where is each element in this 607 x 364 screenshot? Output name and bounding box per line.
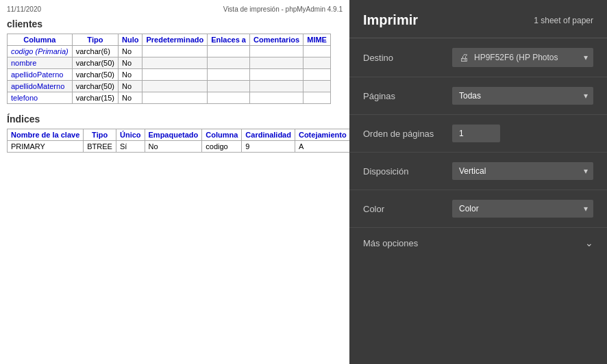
table-cell: varchar(50) bbox=[72, 81, 118, 92]
indices-header: Nombre de la clave bbox=[8, 129, 84, 141]
indices-cell: Sí bbox=[116, 141, 145, 153]
disposicion-select[interactable]: Vertical Horizontal bbox=[452, 162, 593, 180]
mas-opciones-row[interactable]: Más opciones ⌄ bbox=[349, 228, 607, 258]
destino-label: Destino bbox=[363, 53, 452, 63]
printer-icon: 🖨 bbox=[459, 52, 469, 63]
table-cell bbox=[249, 69, 303, 81]
table-cell bbox=[143, 69, 208, 81]
table-cell bbox=[208, 46, 250, 57]
table-cell bbox=[143, 46, 208, 57]
destino-select[interactable]: 🖨 HP9F52F6 (HP Photos bbox=[452, 48, 593, 67]
paginas-label: Páginas bbox=[363, 91, 452, 101]
indices-header: Empaquetado bbox=[145, 129, 202, 141]
date-label: 11/11/2020 bbox=[7, 5, 41, 13]
disposicion-label: Disposición bbox=[363, 166, 452, 177]
columns-table: Columna Tipo Nulo Predeterminado Enlaces… bbox=[7, 34, 331, 104]
table-cell bbox=[249, 46, 303, 57]
indices-table: Nombre de la claveTipoÚnicoEmpaquetadoCo… bbox=[7, 129, 349, 153]
table-cell bbox=[304, 57, 331, 69]
chevron-down-icon: ⌄ bbox=[585, 237, 593, 248]
color-value-container: Color Blanco y negro bbox=[452, 200, 593, 218]
page-title: Vista de impresión - phpMyAdmin 4.9.1 bbox=[223, 5, 343, 13]
indices-cell: No bbox=[145, 141, 202, 153]
print-header: Imprimir 1 sheet of paper bbox=[349, 0, 607, 38]
indices-cell: BTREE bbox=[84, 141, 116, 153]
col-header-nulo: Nulo bbox=[119, 34, 143, 46]
indices-header: Cardinalidad bbox=[242, 129, 295, 141]
top-bar: 11/11/2020 Vista de impresión - phpMyAdm… bbox=[7, 5, 343, 13]
orden-value-container bbox=[452, 125, 593, 142]
table-cell bbox=[304, 81, 331, 92]
destino-value-container[interactable]: 🖨 HP9F52F6 (HP Photos bbox=[452, 48, 593, 67]
paginas-value-container: Todas Par Impar bbox=[452, 87, 593, 105]
table-cell: varchar(50) bbox=[72, 57, 118, 69]
col-header-tipo: Tipo bbox=[72, 34, 118, 46]
color-row: Color Color Blanco y negro bbox=[349, 190, 607, 228]
print-title: Imprimir bbox=[363, 12, 418, 28]
table-cell: varchar(6) bbox=[72, 46, 118, 57]
table-cell bbox=[304, 69, 331, 81]
table-cell: varchar(50) bbox=[72, 69, 118, 81]
destino-row: Destino 🖨 HP9F52F6 (HP Photos bbox=[349, 38, 607, 77]
orden-input[interactable] bbox=[452, 125, 500, 142]
table-cell bbox=[249, 92, 303, 104]
col-header-columna: Columna bbox=[8, 34, 73, 46]
indices-header: Único bbox=[116, 129, 145, 141]
table-cell bbox=[208, 81, 250, 92]
paginas-select-wrapper[interactable]: Todas Par Impar bbox=[452, 87, 593, 105]
color-select[interactable]: Color Blanco y negro bbox=[452, 200, 593, 218]
col-header-comentarios: Comentarios bbox=[249, 34, 303, 46]
destino-text: HP9F52F6 (HP Photos bbox=[474, 53, 558, 62]
table-cell bbox=[249, 81, 303, 92]
col-header-mime: MIME bbox=[304, 34, 331, 46]
table-cell: No bbox=[119, 69, 143, 81]
table-row: codigo (Primaria) bbox=[8, 46, 73, 57]
color-label: Color bbox=[363, 204, 452, 214]
indices-header: Cotejamiento bbox=[295, 129, 349, 141]
table-cell bbox=[143, 81, 208, 92]
color-select-wrapper[interactable]: Color Blanco y negro bbox=[452, 200, 593, 218]
disposicion-select-wrapper[interactable]: Vertical Horizontal bbox=[452, 162, 593, 180]
col-header-enlaces: Enlaces a bbox=[208, 34, 250, 46]
table-cell: No bbox=[119, 92, 143, 104]
orden-row: Orden de páginas bbox=[349, 115, 607, 153]
table-cell: No bbox=[119, 57, 143, 69]
table-cell bbox=[304, 46, 331, 57]
disposicion-value-container: Vertical Horizontal bbox=[452, 162, 593, 180]
table-cell bbox=[208, 57, 250, 69]
disposicion-row: Disposición Vertical Horizontal bbox=[349, 153, 607, 190]
table-row: telefono bbox=[8, 92, 73, 104]
col-header-predeterminado: Predeterminado bbox=[143, 34, 208, 46]
indices-header: Columna bbox=[202, 129, 242, 141]
left-panel: 11/11/2020 Vista de impresión - phpMyAdm… bbox=[0, 0, 349, 364]
table-cell bbox=[143, 92, 208, 104]
indices-header: Tipo bbox=[84, 129, 116, 141]
orden-label: Orden de páginas bbox=[363, 129, 452, 139]
indices-cell: A bbox=[295, 141, 349, 153]
table-cell bbox=[249, 57, 303, 69]
paginas-row: Páginas Todas Par Impar bbox=[349, 77, 607, 115]
table-row: nombre bbox=[8, 57, 73, 69]
right-panel: Imprimir 1 sheet of paper Destino 🖨 HP9F… bbox=[349, 0, 607, 364]
paginas-select[interactable]: Todas Par Impar bbox=[452, 87, 593, 105]
table-cell: No bbox=[119, 46, 143, 57]
table-cell bbox=[304, 92, 331, 104]
table-name: clientes bbox=[7, 18, 343, 29]
indices-title: Índices bbox=[7, 114, 343, 125]
sheet-info: 1 sheet of paper bbox=[534, 16, 593, 25]
table-cell bbox=[208, 92, 250, 104]
table-row: apellidoPaterno bbox=[8, 69, 73, 81]
table-cell: varchar(15) bbox=[72, 92, 118, 104]
table-cell bbox=[208, 69, 250, 81]
mas-opciones-label: Más opciones bbox=[363, 238, 418, 248]
indices-cell: codigo bbox=[202, 141, 242, 153]
table-cell: No bbox=[119, 81, 143, 92]
table-cell bbox=[143, 57, 208, 69]
indices-cell: PRIMARY bbox=[8, 141, 84, 153]
indices-cell: 9 bbox=[242, 141, 295, 153]
table-row: apellidoMaterno bbox=[8, 81, 73, 92]
